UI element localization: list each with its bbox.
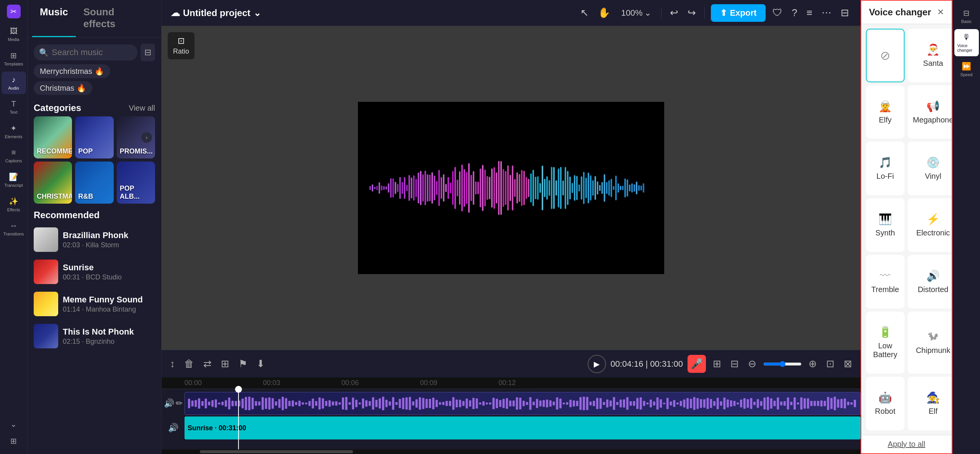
help-button[interactable]: ? (789, 5, 799, 21)
volume-icon[interactable]: 🔊 (164, 398, 174, 408)
svg-rect-265 (673, 400, 675, 407)
redo-button[interactable]: ↪ (685, 5, 698, 21)
audio-merge-button[interactable]: ⊟ (728, 356, 741, 372)
pointer-tool-button[interactable]: ↖ (578, 5, 591, 21)
fullscreen-button[interactable]: ⊠ (841, 356, 854, 372)
sidebar-item-transitions[interactable]: ↔ Transitions (2, 217, 26, 240)
export-button[interactable]: ⬆ Export (711, 4, 766, 22)
track-clip-sunrise[interactable]: Sunrise · 00:31:00 (185, 416, 861, 439)
pencil-icon[interactable]: ✏ (176, 398, 183, 408)
app-logo[interactable]: ✂ (7, 5, 21, 18)
tab-music[interactable]: Music (32, 0, 76, 37)
flag-button[interactable]: ⚑ (236, 356, 250, 372)
svg-rect-152 (295, 402, 297, 405)
filter-button[interactable]: ⊟ (140, 44, 155, 61)
tab-sound-effects[interactable]: Sound effects (76, 0, 157, 37)
undo-button[interactable]: ↩ (668, 5, 681, 21)
vc-item-lofi[interactable]: 🎵 Lo-Fi (866, 142, 905, 195)
list-item[interactable]: Meme Funny Sound 01:14 · Manhoa Bintang (28, 288, 161, 320)
plus-button[interactable]: ⊕ (806, 356, 819, 372)
project-name[interactable]: ☁ Untitled project ⌄ (171, 8, 261, 18)
view-all-button[interactable]: View all (129, 104, 155, 113)
ratio-button[interactable]: ⊡ Ratio (168, 32, 194, 59)
tag-merrychristmas[interactable]: Merrychristmas 🔥 (34, 64, 110, 78)
track-clip-audio[interactable] (185, 392, 861, 415)
hand-tool-button[interactable]: ✋ (596, 5, 612, 21)
rs-item-voice-changer[interactable]: 🎙 Voice changer (954, 29, 979, 56)
shield-button[interactable]: 🛡 (770, 5, 785, 21)
layers-button[interactable]: ≡ (804, 5, 815, 21)
voice-changer-panel: Voice changer ✕ ⊘ 🎅 Santa 🧝 Elfy 📢 Megap… (861, 0, 952, 454)
vc-item-robot[interactable]: 🤖 Robot (866, 377, 905, 430)
volume-icon-2[interactable]: 🔊 (168, 423, 178, 433)
svg-rect-229 (553, 402, 555, 405)
svg-rect-19 (413, 175, 415, 201)
vc-item-chipmunk[interactable]: 🐿 Chipmunk (908, 312, 952, 374)
vc-item-santa[interactable]: 🎅 Santa (908, 29, 952, 82)
multi-track-button[interactable]: ⊞ (710, 356, 724, 372)
sidebar-item-audio[interactable]: ♪ Audio (2, 72, 26, 94)
minus-button[interactable]: ⊖ (746, 356, 759, 372)
sidebar-item-templates[interactable]: ⊞ Templates (2, 47, 26, 70)
download-button[interactable]: ⬇ (254, 356, 267, 372)
vc-item-elf[interactable]: 🧙 Elf (908, 377, 952, 430)
svg-rect-145 (272, 398, 274, 408)
sidebar-item-effects[interactable]: ✨ Effects (2, 193, 26, 216)
category-popalb[interactable]: POP ALB... (117, 162, 155, 204)
zoom-button[interactable]: 100% ⌄ (617, 6, 655, 20)
playhead[interactable] (238, 389, 239, 449)
rs-item-basic[interactable]: ⊟ Basic (954, 5, 979, 28)
sidebar-item-captions[interactable]: ≡ Captions (2, 144, 26, 167)
category-promise[interactable]: PROMIS... › (117, 116, 155, 158)
tag-label: Christmas (40, 84, 74, 93)
sidebar-item-text[interactable]: T Text (2, 96, 26, 118)
list-item[interactable]: This Is Not Phonk 02:15 · Bgnzinho (28, 320, 161, 352)
sidebar-item-bottom[interactable]: ⊞ (2, 433, 26, 449)
vc-item-none[interactable]: ⊘ (866, 29, 905, 82)
vc-item-electronic[interactable]: ⚡ Electronic (908, 198, 952, 252)
vc-item-vinyl[interactable]: 💿 Vinyl (908, 142, 952, 195)
category-pop[interactable]: POP (75, 116, 113, 158)
category-christmas[interactable]: CHRISTMAS (34, 162, 72, 204)
vc-item-elfy[interactable]: 🧝 Elfy (866, 85, 905, 139)
separate-audio-button[interactable]: ⇄ (201, 356, 214, 372)
delete-tool-button[interactable]: 🗑 (182, 356, 196, 372)
split-view-button[interactable]: ⊟ (838, 5, 851, 21)
vc-item-tremble[interactable]: 〰 Tremble (866, 255, 905, 309)
svg-rect-35 (450, 183, 451, 193)
tag-christmas[interactable]: Christmas 🔥 (34, 81, 92, 95)
svg-rect-63 (514, 179, 516, 197)
divider (704, 7, 705, 19)
apply-all-button[interactable]: Apply to all (888, 440, 925, 449)
vc-close-button[interactable]: ✕ (937, 7, 944, 17)
volume-slider[interactable] (763, 361, 802, 367)
sidebar-item-elements[interactable]: ✦ Elements (2, 120, 26, 143)
sidebar-item-collapse[interactable]: ⌄ (2, 416, 26, 433)
vc-item-distorted[interactable]: 🔊 Distorted (908, 255, 952, 309)
vc-item-low-battery[interactable]: 🔋 Low Battery (866, 312, 905, 374)
vc-title: Voice changer (869, 7, 931, 18)
sidebar-item-transcript[interactable]: 📝 Transcript (2, 168, 26, 191)
scrollbar-thumb[interactable] (200, 450, 353, 453)
sidebar-item-media[interactable]: 🖼 Media (2, 23, 26, 46)
more-button[interactable]: ⋯ (819, 5, 834, 21)
list-item[interactable]: Sunrise 00:31 · BCD Studio (28, 256, 161, 288)
category-rnb[interactable]: R&B (75, 162, 113, 204)
rs-item-speed[interactable]: ⏩ Speed (954, 58, 979, 81)
split-tool-button[interactable]: ↕ (168, 356, 177, 372)
mic-button[interactable]: 🎤 (688, 355, 706, 373)
overlay-button[interactable]: ⊞ (219, 356, 232, 372)
fit-button[interactable]: ⊡ (824, 356, 837, 372)
svg-rect-240 (590, 402, 592, 405)
panel-tabs: Music Sound effects (28, 0, 161, 38)
svg-rect-101 (601, 182, 603, 194)
vc-item-synth[interactable]: 🎹 Synth (866, 198, 905, 252)
svg-rect-298 (784, 401, 786, 406)
tremble-icon: 〰 (880, 269, 890, 282)
vc-item-megaphone[interactable]: 📢 Megaphone (908, 85, 952, 139)
search-input[interactable] (52, 47, 132, 57)
list-item[interactable]: Brazillian Phonk 02:03 · Killa Storm (28, 224, 161, 256)
play-button[interactable]: ▶ (588, 355, 606, 373)
svg-rect-287 (747, 399, 749, 408)
category-recommend[interactable]: RECOMMEND (34, 116, 72, 158)
